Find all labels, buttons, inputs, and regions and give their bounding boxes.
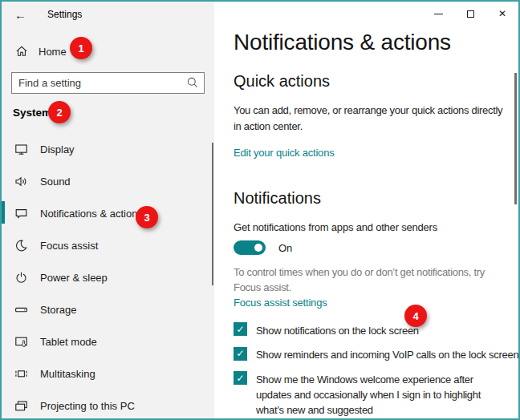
checkbox-checked-icon[interactable]: ✓ — [234, 371, 247, 385]
toggle-knob — [254, 244, 262, 252]
settings-page: Notifications & actions Quick actions Yo… — [214, 30, 518, 420]
checkbox-row-welcome-experience[interactable]: ✓ Show me the Windows welcome experience… — [234, 371, 510, 418]
sidebar-item-label: Projecting to this PC — [40, 400, 135, 412]
page-title: Notifications & actions — [234, 30, 510, 55]
back-button[interactable]: ← — [14, 8, 26, 22]
sidebar-item-display[interactable]: Display — [2, 133, 214, 165]
toggle-state-label: On — [278, 242, 292, 254]
projecting-icon — [14, 399, 28, 413]
focus-assist-settings-link[interactable]: Focus assist settings — [234, 297, 327, 309]
notifications-heading: Notifications — [234, 189, 510, 208]
window-controls: ✕ — [214, 2, 518, 26]
maximize-icon — [467, 10, 474, 18]
notifications-toggle[interactable] — [234, 240, 266, 255]
focus-assist-icon — [14, 239, 28, 252]
checkbox-label: Show reminders and incoming VoIP calls o… — [256, 347, 518, 363]
maximize-button[interactable] — [454, 2, 486, 26]
sidebar-item-focus-assist[interactable]: Focus assist — [2, 229, 214, 261]
sidebar-item-label: Notifications & actions — [40, 208, 143, 220]
close-icon: ✕ — [498, 9, 506, 18]
titlebar-left: ← Settings — [2, 2, 214, 27]
notifications-toggle-label: Get notifications from apps and other se… — [234, 221, 510, 233]
annotation-badge-4: 4 — [404, 305, 427, 327]
checkbox-row-reminders-voip[interactable]: ✓ Show reminders and incoming VoIP calls… — [234, 347, 510, 363]
quick-actions-heading: Quick actions — [234, 72, 510, 91]
sidebar-item-label: Tablet mode — [40, 336, 97, 348]
annotation-badge-2: 2 — [48, 101, 71, 123]
tablet-mode-icon — [14, 335, 28, 349]
display-icon — [14, 143, 28, 156]
sidebar-item-label: Focus assist — [40, 240, 98, 252]
sidebar-item-sound[interactable]: Sound — [2, 165, 214, 197]
sidebar-item-label: Storage — [40, 304, 77, 316]
sidebar: ← Settings Home System — [2, 2, 214, 418]
checkbox-label: Show me the Windows welcome experience a… — [256, 371, 510, 418]
sidebar-item-label: Display — [40, 143, 75, 155]
sidebar-item-multitasking[interactable]: Multitasking — [2, 357, 214, 390]
checkbox-checked-icon[interactable]: ✓ — [234, 322, 247, 336]
content-pane: ✕ Notifications & actions Quick actions … — [214, 2, 518, 418]
search-box — [11, 72, 205, 94]
sidebar-item-label: Home — [39, 46, 67, 58]
sidebar-nav: Display Sound Notifica — [2, 133, 214, 420]
sidebar-item-storage[interactable]: Storage — [2, 293, 214, 325]
sidebar-scrollbar[interactable] — [212, 143, 213, 285]
notification-checkboxes: ✓ Show notifications on the lock screen … — [234, 322, 510, 420]
multitasking-icon — [14, 367, 28, 381]
selected-item-accent-bar — [2, 201, 5, 224]
notifications-icon — [14, 207, 28, 220]
settings-window: ← Settings Home System — [0, 0, 520, 420]
sidebar-section-system: System — [13, 107, 214, 119]
minimize-button[interactable] — [422, 2, 454, 26]
sound-icon — [14, 175, 28, 188]
sidebar-item-label: Multitasking — [40, 368, 95, 380]
sidebar-item-label: Sound — [40, 176, 71, 188]
content-scrollbar[interactable] — [514, 73, 517, 204]
search-icon — [186, 76, 199, 89]
search-input[interactable] — [11, 72, 205, 94]
annotation-badge-1: 1 — [70, 37, 92, 59]
sidebar-item-projecting[interactable]: Projecting to this PC — [2, 390, 214, 420]
sidebar-item-power-sleep[interactable]: Power & sleep — [2, 261, 214, 293]
storage-icon — [14, 303, 28, 317]
annotation-badge-3: 3 — [136, 206, 158, 228]
sidebar-item-tablet-mode[interactable]: Tablet mode — [2, 325, 214, 357]
power-icon — [14, 271, 28, 285]
quick-actions-description: You can add, remove, or rearrange your q… — [234, 103, 510, 135]
window-title: Settings — [47, 9, 82, 20]
sidebar-item-home[interactable]: Home — [2, 37, 214, 66]
focus-assist-note: To control times when you do or don’t ge… — [234, 265, 510, 295]
minimize-icon — [434, 14, 443, 14]
close-button[interactable]: ✕ — [486, 2, 518, 26]
edit-quick-actions-link[interactable]: Edit your quick actions — [234, 147, 334, 159]
notifications-toggle-row: On — [234, 240, 510, 255]
checkbox-label: Show notifications on the lock screen — [256, 322, 419, 338]
sidebar-item-label: Power & sleep — [40, 272, 108, 284]
checkbox-checked-icon[interactable]: ✓ — [234, 347, 247, 361]
checkbox-row-lock-screen[interactable]: ✓ Show notifications on the lock screen — [234, 322, 510, 338]
home-icon — [14, 45, 28, 59]
sidebar-item-notifications[interactable]: Notifications & actions — [2, 197, 214, 229]
